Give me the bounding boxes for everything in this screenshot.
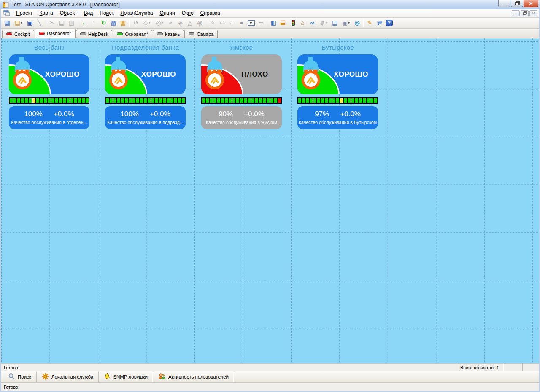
widget-gauge[interactable]: ХОРОШО xyxy=(297,54,378,94)
segment-green xyxy=(74,98,77,103)
widget-gauge[interactable]: ХОРОШО xyxy=(9,54,89,94)
panel-bottom-icon[interactable]: ◨ xyxy=(278,18,288,27)
lightbulb-icon xyxy=(301,57,321,90)
map-grid-icon[interactable]: ▦ xyxy=(118,18,128,27)
widget-vesbank: Весь банк ХОРОШО 100%+0.0% Качество обсл… xyxy=(9,38,89,135)
widget-status: ХОРОШО xyxy=(40,70,84,79)
lightbulb-icon xyxy=(109,57,129,90)
toolbar-separator xyxy=(46,19,46,27)
up-icon[interactable]: ↑ xyxy=(89,18,99,27)
bottom-tool-search[interactable]: Поиск xyxy=(3,371,37,382)
app-window: Test - SLA-ON Operations 3.48.0 - [Dashb… xyxy=(0,0,540,392)
segment-green xyxy=(336,98,339,103)
bottom-tool-snmp-bell[interactable]: SNMP ловушки xyxy=(99,371,153,382)
connector-tool-icon: △ xyxy=(185,18,195,27)
widget-gauge[interactable]: ХОРОШО xyxy=(105,54,186,94)
legend-icon[interactable]: ▩ xyxy=(108,18,118,27)
bottom-status-text: Готово xyxy=(4,384,18,389)
tab-самара[interactable]: Самара xyxy=(184,30,218,38)
menu-item-опции[interactable]: Опции xyxy=(157,9,178,17)
menu-item-справка[interactable]: Справка xyxy=(197,9,224,17)
widget-caption: Качество обслуживания в подразд... xyxy=(107,120,184,125)
segment-green xyxy=(82,98,85,103)
segment-green xyxy=(110,98,113,103)
bottom-tool-users-activity[interactable]: Активность пользователей xyxy=(153,371,234,382)
properties-icon[interactable]: ✎ xyxy=(365,18,375,27)
menu-item-поиск[interactable]: Поиск xyxy=(96,9,117,17)
tab-dashboard[interactable]: Dashboard* xyxy=(35,29,76,38)
dropdown-caret-icon: ▾ xyxy=(21,21,22,25)
widget-segment-bar xyxy=(201,97,282,104)
widget-delta: +0.0% xyxy=(244,110,265,118)
segment-green xyxy=(144,98,147,103)
minimize-button[interactable]: — xyxy=(498,0,510,7)
mdi-close-button[interactable]: × xyxy=(529,10,537,16)
dropdown-caret-icon: ▾ xyxy=(148,21,150,25)
menu-item-вид[interactable]: Вид xyxy=(81,9,97,17)
copy-icon: ▤ xyxy=(57,18,67,27)
bottom-status-bar: Готово xyxy=(1,382,539,391)
segment-green xyxy=(251,98,254,103)
chart-tool-icon: ≈ xyxy=(166,18,176,27)
menu-item-проект[interactable]: Проект xyxy=(13,9,36,17)
segment-green xyxy=(232,98,235,103)
segment-green xyxy=(174,98,177,103)
new-project-icon[interactable]: ▦ xyxy=(3,18,12,27)
segment-green xyxy=(148,98,151,103)
menu-item-карта[interactable]: Карта xyxy=(36,9,57,17)
segment-green xyxy=(374,98,377,103)
open-project-icon[interactable]: ▤▾ xyxy=(12,18,25,27)
segment-green xyxy=(78,98,81,103)
restore-button[interactable] xyxy=(511,0,523,7)
bottom-tool-local-service-gear[interactable]: Локальная служба xyxy=(37,371,99,382)
help-icon[interactable]: ? xyxy=(384,18,394,27)
close-button[interactable]: ✕ xyxy=(524,0,538,7)
panel-left-icon[interactable]: ◧ xyxy=(269,18,278,27)
log-window-icon[interactable]: ▤ xyxy=(330,18,340,27)
segment-green xyxy=(44,98,47,103)
widget-value-panel[interactable]: 100%+0.0% Качество обслуживания в отделе… xyxy=(9,106,89,129)
status-cell-empty-1 xyxy=(503,364,522,371)
menu-item-локалслужба[interactable]: ЛокалСлужба xyxy=(117,9,157,17)
tab-cockpit[interactable]: Cockpit xyxy=(2,30,34,38)
segment-green xyxy=(221,98,224,103)
tab-казань[interactable]: Казань xyxy=(153,30,184,38)
links-icon[interactable]: ∞ xyxy=(308,18,317,27)
widget-value-panel[interactable]: 90%+0.0% Качество обслуживания в Ямском xyxy=(201,106,282,129)
windows-icon[interactable]: ▣▾ xyxy=(340,18,352,27)
mdi-minimize-button[interactable]: — xyxy=(512,10,520,16)
widget-delta: +0.0% xyxy=(54,110,74,118)
refresh-icon[interactable]: ↻ xyxy=(99,18,108,27)
segment-green xyxy=(136,98,139,103)
menu-item-окно[interactable]: Окно xyxy=(178,9,197,17)
segment-green xyxy=(244,98,247,103)
search-icon xyxy=(8,373,15,381)
widget-value-panel[interactable]: 100%+0.0% Качество обслуживания в подраз… xyxy=(105,106,186,129)
segment-green xyxy=(21,98,24,103)
segment-green xyxy=(325,98,328,103)
selection-tool-icon: ◈ xyxy=(176,18,185,27)
segment-green xyxy=(313,98,316,103)
mdi-restore-button[interactable] xyxy=(521,10,529,16)
segment-green xyxy=(367,98,370,103)
widget-value-panel[interactable]: 97%+0.0% Качество обслуживания в Бутырск… xyxy=(297,106,378,129)
menu-item-объект[interactable]: Объект xyxy=(57,9,81,17)
tab-основная[interactable]: Основная* xyxy=(113,30,152,38)
home-icon[interactable]: ⌂ xyxy=(298,18,308,27)
save-icon[interactable]: ▣ xyxy=(25,18,35,27)
wizard-icon[interactable]: ╲ xyxy=(35,18,44,27)
sla-graph-icon[interactable]: ≈ xyxy=(246,18,256,27)
widget-gauge[interactable]: ПЛОХО xyxy=(201,54,282,94)
anchor-tool-icon: ◉ xyxy=(195,18,205,27)
pencil-icon: ✎ xyxy=(208,18,217,27)
title-bar[interactable]: Test - SLA-ON Operations 3.48.0 - [Dashb… xyxy=(0,0,540,9)
tab-helpdesk[interactable]: HelpDesk xyxy=(76,30,113,38)
segment-green xyxy=(36,98,39,103)
paste-icon: ▥ xyxy=(67,18,76,27)
back-icon[interactable]: ← xyxy=(79,18,89,27)
mdi-child-icon[interactable] xyxy=(3,10,10,16)
dashboard-canvas[interactable]: Весь банк ХОРОШО 100%+0.0% Качество обсл… xyxy=(1,38,539,363)
traffic-light-icon[interactable] xyxy=(288,18,298,27)
export-icon[interactable]: ⇄ xyxy=(375,18,384,27)
services-disk-icon[interactable]: ◎ xyxy=(352,18,362,27)
